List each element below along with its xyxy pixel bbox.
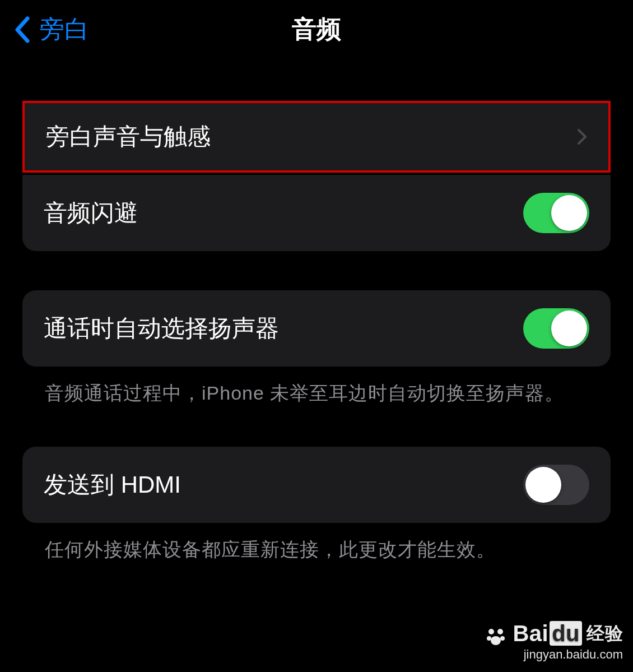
svg-point-2 [487, 636, 491, 641]
send-to-hdmi-row: 发送到 HDMI [22, 447, 611, 523]
group-footer: 音频通话过程中，iPhone 未举至耳边时自动切换至扬声器。 [22, 367, 611, 407]
switch-knob [551, 195, 587, 231]
back-button[interactable]: 旁白 [14, 13, 89, 46]
row-label: 音频闪避 [44, 197, 138, 229]
watermark-url: jingyan.baidu.com [486, 647, 623, 662]
row-label: 发送到 HDMI [44, 469, 181, 500]
settings-group-1: 旁白声音与触感 音频闪避 [22, 101, 611, 251]
svg-point-1 [497, 629, 503, 634]
settings-group-2: 通话时自动选择扬声器 音频通话过程中，iPhone 未举至耳边时自动切换至扬声器… [22, 290, 611, 407]
switch-knob [551, 310, 587, 346]
paw-icon [486, 626, 506, 646]
navigation-bar: 旁白 音频 [0, 0, 633, 62]
audio-ducking-toggle[interactable] [523, 193, 589, 233]
svg-point-0 [488, 629, 494, 634]
watermark-suffix: 经验 [587, 622, 623, 646]
auto-select-speaker-toggle[interactable] [523, 308, 589, 349]
page-title: 音频 [292, 13, 341, 46]
auto-select-speaker-row: 通话时自动选择扬声器 [22, 290, 611, 367]
back-label: 旁白 [40, 13, 89, 46]
switch-knob [525, 467, 561, 503]
chevron-left-icon [14, 16, 30, 43]
watermark-brand: Baidu [513, 621, 583, 646]
row-label: 通话时自动选择扬声器 [44, 313, 279, 344]
watermark: Baidu 经验 jingyan.baidu.com [486, 621, 623, 662]
chevron-right-icon [577, 128, 587, 145]
svg-point-3 [500, 636, 505, 641]
voiceover-sounds-haptics-row[interactable]: 旁白声音与触感 [22, 101, 611, 173]
send-to-hdmi-toggle[interactable] [523, 465, 589, 505]
group-footer: 任何外接媒体设备都应重新连接，此更改才能生效。 [22, 523, 611, 564]
settings-group-3: 发送到 HDMI 任何外接媒体设备都应重新连接，此更改才能生效。 [22, 447, 611, 564]
audio-ducking-row: 音频闪避 [22, 175, 611, 251]
row-label: 旁白声音与触感 [46, 121, 211, 152]
svg-point-4 [491, 636, 501, 645]
